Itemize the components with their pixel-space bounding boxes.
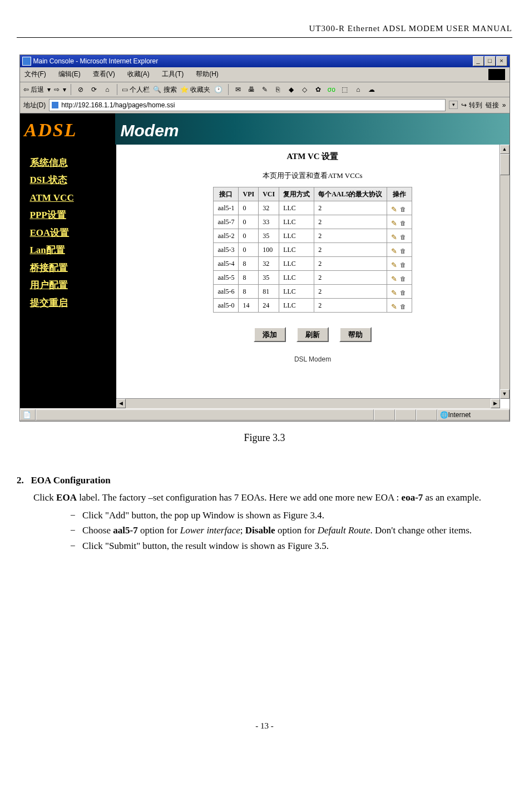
stop-icon[interactable]: ⊘ <box>76 85 86 95</box>
refresh-icon[interactable]: ⟳ <box>89 85 99 95</box>
table-cell: 8 <box>239 284 259 298</box>
sidebar-item-dsl状态[interactable]: DSL状态 <box>30 173 116 187</box>
delete-icon[interactable] <box>400 204 408 212</box>
menu-file[interactable]: 文件(F) <box>24 69 46 80</box>
delete-icon[interactable] <box>400 301 408 309</box>
edit-icon[interactable] <box>391 301 399 309</box>
scroll-thumb[interactable] <box>500 154 510 175</box>
status-cell-1 <box>374 409 395 420</box>
table-cell: LLC <box>279 270 314 284</box>
table-row: aal5-4832LLC2 <box>214 256 412 270</box>
edit-icon[interactable]: ✎ <box>260 85 270 95</box>
table-cell: LLC <box>279 298 314 312</box>
extra4-icon[interactable]: σο <box>327 85 337 95</box>
edit-icon[interactable] <box>391 218 399 226</box>
forward-button[interactable]: ⇨ <box>54 85 60 95</box>
scroll-left-icon[interactable]: ◀ <box>116 399 126 408</box>
windows-logo-icon <box>488 69 505 80</box>
delete-icon[interactable] <box>400 246 408 254</box>
minimize-button[interactable]: _ <box>473 56 484 66</box>
sidebar-item-ppp设置[interactable]: PPP设置 <box>30 208 116 222</box>
favorites-button[interactable]: ⭐ 收藏夹 <box>180 85 210 95</box>
edit-icon[interactable] <box>391 246 399 254</box>
table-row: aal5-6881LLC2 <box>214 284 412 298</box>
table-header: 每个AAL5的最大协议 <box>314 187 387 201</box>
vertical-scrollbar[interactable]: ▲ ▼ <box>500 145 510 399</box>
extra3-icon[interactable]: ✿ <box>313 85 323 95</box>
go-button[interactable]: ↪ 转到 <box>461 100 482 110</box>
close-button[interactable]: × <box>496 56 507 66</box>
table-cell: aal5-0 <box>214 298 239 312</box>
sidebar-item-桥接配置[interactable]: 桥接配置 <box>30 261 116 275</box>
links-label[interactable]: 链接 <box>486 100 499 110</box>
edit-icon[interactable] <box>391 288 399 295</box>
refresh-button[interactable]: 刷新 <box>296 327 329 343</box>
sidebar-item-系统信息[interactable]: 系统信息 <box>30 156 116 170</box>
menu-view[interactable]: 查看(V) <box>93 69 115 80</box>
scroll-up-icon[interactable]: ▲ <box>500 145 510 154</box>
sidebar-item-提交重启[interactable]: 提交重启 <box>30 296 116 310</box>
table-cell: aal5-4 <box>214 256 239 270</box>
brand-modem: Modem <box>115 113 510 145</box>
table-cell: 0 <box>239 215 259 229</box>
menu-edit[interactable]: 编辑(E) <box>58 69 81 80</box>
sidebar-item-lan配置[interactable]: Lan配置 <box>30 243 116 258</box>
table-cell: 2 <box>314 229 387 242</box>
extra5-icon[interactable]: ⬚ <box>340 85 350 95</box>
address-dropdown-icon[interactable]: ▾ <box>449 101 458 110</box>
back-button[interactable]: ⇦ 后退 <box>23 85 44 95</box>
menu-favorites[interactable]: 收藏(A) <box>127 69 150 80</box>
discuss-icon[interactable]: ⎘ <box>273 85 283 95</box>
extra1-icon[interactable]: ◆ <box>286 85 296 95</box>
address-label: 地址(D) <box>23 100 46 110</box>
table-cell: 2 <box>314 215 387 229</box>
forward-dropdown-icon[interactable]: ▾ <box>63 85 66 95</box>
window-titlebar: Main Console - Microsoft Internet Explor… <box>20 55 510 67</box>
scroll-down-icon[interactable]: ▼ <box>500 389 510 399</box>
table-row: aal5-30100LLC2 <box>214 242 412 256</box>
history-icon[interactable]: 🕑 <box>214 85 224 95</box>
table-cell: aal5-7 <box>214 215 239 229</box>
delete-icon[interactable] <box>400 218 408 226</box>
help-button[interactable]: 帮助 <box>339 327 372 343</box>
print-icon[interactable]: 🖶 <box>246 85 256 95</box>
links-chevron-icon[interactable]: » <box>502 100 506 110</box>
horizontal-scrollbar[interactable]: ◀ ▶ <box>116 398 500 408</box>
table-cell: 14 <box>239 298 259 312</box>
page-number: - 13 - <box>17 720 512 732</box>
add-button[interactable]: 添加 <box>254 327 286 343</box>
delete-icon[interactable] <box>400 232 408 240</box>
delete-icon[interactable] <box>400 260 408 268</box>
edit-icon[interactable] <box>391 204 399 212</box>
extra7-icon[interactable]: ☁ <box>367 85 377 95</box>
delete-icon[interactable] <box>400 288 408 295</box>
edit-icon[interactable] <box>391 274 399 281</box>
table-cell: aal5-1 <box>214 201 239 215</box>
sidebar-item-用户配置[interactable]: 用户配置 <box>30 278 116 293</box>
edit-icon[interactable] <box>391 232 399 240</box>
search-button[interactable]: 🔍 搜索 <box>153 85 176 95</box>
menu-tools[interactable]: 工具(T) <box>162 69 184 80</box>
status-text <box>36 409 374 420</box>
delete-icon[interactable] <box>400 274 408 281</box>
mail-icon[interactable]: ✉ <box>233 85 243 95</box>
menu-help[interactable]: 帮助(H) <box>196 69 219 80</box>
personal-bar-button[interactable]: ▭ 个人栏 <box>122 85 150 95</box>
sidebar-item-atm-vcc[interactable]: ATM VCC <box>30 191 116 205</box>
table-actions <box>387 284 412 298</box>
maximize-button[interactable]: □ <box>484 56 496 66</box>
section-heading: 2. EOA Configuration <box>17 473 512 488</box>
scroll-right-icon[interactable]: ▶ <box>491 399 500 408</box>
extra6-icon[interactable]: ⌂ <box>353 85 363 95</box>
sidebar-item-eoa设置[interactable]: EOA设置 <box>30 226 116 240</box>
extra2-icon[interactable]: ◇ <box>300 85 310 95</box>
home-icon[interactable]: ⌂ <box>102 85 112 95</box>
edit-icon[interactable] <box>391 260 399 268</box>
table-cell: LLC <box>279 284 314 298</box>
back-dropdown-icon[interactable]: ▾ <box>47 85 51 95</box>
table-cell: aal5-3 <box>214 242 239 256</box>
page-subtitle: 本页用于设置和查看ATM VCCs <box>116 170 510 181</box>
address-input[interactable]: http://192.168.1.1/hag/pages/home.ssi <box>49 99 446 111</box>
table-cell: 35 <box>259 270 279 284</box>
toolbar: ⇦ 后退 ▾ ⇨ ▾ ⊘ ⟳ ⌂ ▭ 个人栏 🔍 搜索 ⭐ 收藏夹 🕑 ✉ 🖶 … <box>20 82 510 97</box>
